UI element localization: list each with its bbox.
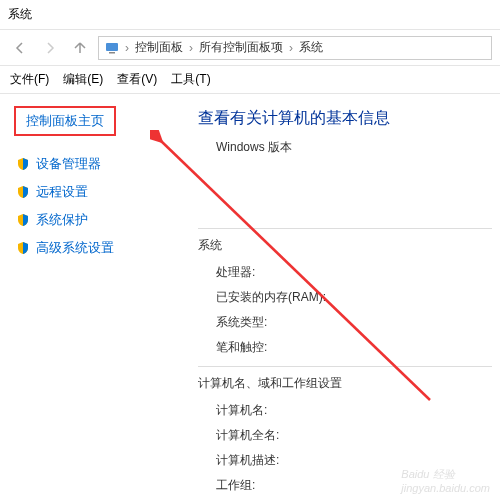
svg-rect-1 <box>109 52 115 54</box>
row-computer-name: 计算机名: <box>216 398 492 423</box>
title-bar: 系统 <box>0 0 500 30</box>
chevron-right-icon: › <box>289 41 293 55</box>
watermark-site: jingyan.baidu.com <box>401 482 490 494</box>
content-area: 控制面板主页 设备管理器 远程设置 系统保护 高级系统设置 <box>0 94 500 500</box>
up-button[interactable] <box>68 36 92 60</box>
windows-version-title: Windows 版本 <box>216 139 492 156</box>
address-bar[interactable]: › 控制面板 › 所有控制面板项 › 系统 <box>98 36 492 60</box>
breadcrumb-item[interactable]: 所有控制面板项 <box>199 39 283 56</box>
computer-icon <box>105 41 119 55</box>
menu-view[interactable]: 查看(V) <box>117 71 157 88</box>
sidebar-item-remote-settings[interactable]: 远程设置 <box>14 178 176 206</box>
menu-tools[interactable]: 工具(T) <box>171 71 210 88</box>
svg-rect-0 <box>106 43 118 51</box>
divider <box>198 228 492 229</box>
watermark-sub: 经验 <box>433 468 455 480</box>
back-button[interactable] <box>8 36 32 60</box>
main-panel: 查看有关计算机的基本信息 Windows 版本 系统 处理器: 已安装的内存(R… <box>190 94 500 500</box>
sidebar-item-advanced-settings[interactable]: 高级系统设置 <box>14 234 176 262</box>
netid-section-title: 计算机名、域和工作组设置 <box>198 375 492 392</box>
forward-button[interactable] <box>38 36 62 60</box>
row-ram: 已安装的内存(RAM): <box>216 285 492 310</box>
sidebar-item-label: 设备管理器 <box>36 155 101 173</box>
sidebar-item-label: 系统保护 <box>36 211 88 229</box>
menu-bar: 文件(F) 编辑(E) 查看(V) 工具(T) <box>0 66 500 94</box>
chevron-right-icon: › <box>125 41 129 55</box>
watermark-brand: Baidu <box>401 468 429 480</box>
row-pentouch: 笔和触控: <box>216 335 492 360</box>
row-cpu: 处理器: <box>216 260 492 285</box>
sidebar-item-system-protection[interactable]: 系统保护 <box>14 206 176 234</box>
watermark: Baidu 经验 jingyan.baidu.com <box>401 467 490 494</box>
shield-icon <box>16 157 30 171</box>
control-panel-home-link[interactable]: 控制面板主页 <box>14 106 116 136</box>
breadcrumb-item[interactable]: 控制面板 <box>135 39 183 56</box>
sidebar-item-device-manager[interactable]: 设备管理器 <box>14 150 176 178</box>
row-systype: 系统类型: <box>216 310 492 335</box>
row-computer-fullname: 计算机全名: <box>216 423 492 448</box>
divider <box>198 366 492 367</box>
system-section-title: 系统 <box>198 237 492 254</box>
sidebar: 控制面板主页 设备管理器 远程设置 系统保护 高级系统设置 <box>0 94 190 500</box>
chevron-right-icon: › <box>189 41 193 55</box>
breadcrumb-item[interactable]: 系统 <box>299 39 323 56</box>
nav-bar: › 控制面板 › 所有控制面板项 › 系统 <box>0 30 500 66</box>
window-title: 系统 <box>8 6 32 23</box>
shield-icon <box>16 241 30 255</box>
sidebar-item-label: 远程设置 <box>36 183 88 201</box>
menu-file[interactable]: 文件(F) <box>10 71 49 88</box>
page-heading: 查看有关计算机的基本信息 <box>198 108 492 129</box>
sidebar-home-label: 控制面板主页 <box>26 113 104 128</box>
shield-icon <box>16 185 30 199</box>
menu-edit[interactable]: 编辑(E) <box>63 71 103 88</box>
shield-icon <box>16 213 30 227</box>
sidebar-item-label: 高级系统设置 <box>36 239 114 257</box>
